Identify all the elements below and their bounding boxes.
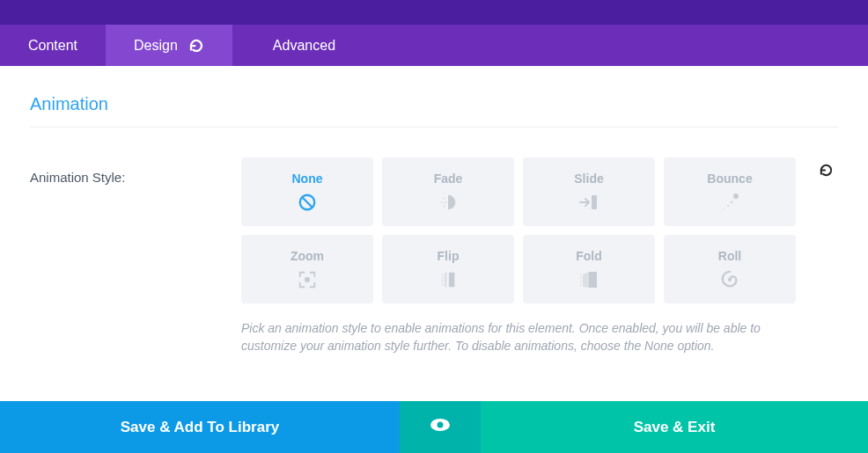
tab-advanced[interactable]: Advanced: [232, 25, 364, 66]
field-body: None Fade: [241, 157, 803, 355]
preview-button[interactable]: [400, 401, 481, 453]
eye-icon: [430, 418, 451, 436]
option-label: Roll: [718, 249, 741, 263]
svg-rect-14: [442, 274, 444, 276]
option-label: Slide: [574, 172, 603, 186]
tab-label: Content: [28, 38, 77, 54]
option-none[interactable]: None: [241, 157, 373, 226]
svg-point-8: [731, 201, 733, 204]
svg-point-3: [441, 201, 443, 203]
animation-style-field: Animation Style: None Fade: [30, 157, 838, 355]
save-add-library-button[interactable]: Save & Add To Library: [0, 401, 400, 453]
svg-point-5: [445, 201, 446, 203]
content-area: Animation Animation Style: None Fade: [0, 66, 868, 373]
field-label: Animation Style:: [30, 157, 231, 185]
zoom-icon: [298, 270, 317, 289]
option-flip[interactable]: Flip: [382, 235, 514, 303]
svg-rect-21: [580, 281, 582, 282]
none-icon: [298, 193, 317, 212]
slide-icon: [578, 193, 600, 212]
tab-content[interactable]: Content: [0, 25, 106, 66]
fade-icon: [438, 193, 458, 212]
option-label: Fade: [434, 172, 463, 186]
bounce-icon: [719, 193, 740, 212]
tab-label: Advanced: [273, 38, 335, 54]
svg-point-10: [724, 208, 725, 209]
footer: Save & Add To Library Save & Exit: [0, 401, 868, 453]
svg-rect-16: [442, 281, 444, 282]
roll-icon: [720, 270, 739, 289]
option-label: Bounce: [707, 172, 752, 186]
svg-point-24: [438, 422, 444, 428]
option-label: None: [292, 172, 323, 186]
fold-icon: [578, 270, 600, 289]
option-label: Flip: [438, 249, 460, 263]
svg-line-1: [302, 197, 313, 208]
svg-rect-17: [442, 284, 444, 286]
help-text: Pick an animation style to enable animat…: [241, 319, 796, 355]
svg-point-9: [727, 205, 729, 207]
option-zoom[interactable]: Zoom: [241, 235, 373, 303]
option-fold[interactable]: Fold: [523, 235, 655, 303]
undo-icon: [188, 38, 204, 54]
flip-icon: [438, 270, 458, 289]
svg-rect-22: [580, 284, 582, 286]
option-fade[interactable]: Fade: [382, 157, 514, 226]
svg-rect-20: [580, 277, 582, 279]
save-exit-button[interactable]: Save & Exit: [481, 401, 868, 453]
tab-label: Design: [134, 38, 178, 54]
option-grid: None Fade: [241, 157, 803, 303]
svg-point-4: [443, 205, 445, 207]
reset-button[interactable]: [813, 157, 838, 181]
svg-point-7: [733, 194, 739, 199]
option-label: Fold: [576, 249, 602, 263]
svg-rect-15: [442, 277, 444, 279]
button-label: Save & Add To Library: [121, 419, 279, 436]
svg-point-2: [443, 197, 445, 199]
undo-icon: [819, 163, 834, 181]
option-label: Zoom: [291, 249, 324, 263]
option-slide[interactable]: Slide: [523, 157, 655, 226]
svg-rect-12: [305, 277, 310, 282]
option-roll[interactable]: Roll: [664, 235, 796, 303]
svg-rect-6: [592, 195, 597, 209]
option-bounce[interactable]: Bounce: [664, 157, 796, 226]
tab-design[interactable]: Design: [106, 25, 232, 66]
svg-rect-19: [580, 274, 582, 275]
tab-bar: Content Design Advanced: [0, 25, 868, 66]
section-title: Animation: [30, 94, 838, 128]
svg-rect-18: [445, 273, 446, 288]
svg-rect-13: [449, 273, 454, 288]
svg-point-11: [721, 209, 723, 211]
top-bar: [0, 0, 868, 25]
button-label: Save & Exit: [634, 419, 716, 436]
